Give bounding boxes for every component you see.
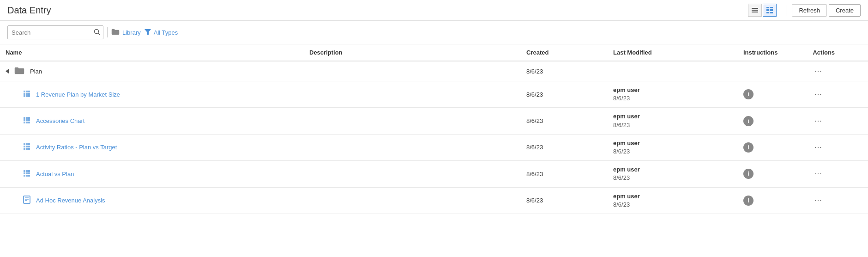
info-button[interactable]: i xyxy=(743,169,753,179)
row-name-link[interactable]: Ad Hoc Revenue Analysis xyxy=(36,197,105,204)
types-filter[interactable]: All Types xyxy=(145,29,178,36)
svg-rect-15 xyxy=(24,119,25,121)
collapse-icon[interactable] xyxy=(6,69,9,73)
more-actions-button[interactable]: ··· xyxy=(813,66,824,76)
row-name-link[interactable]: 1 Revenue Plan by Market Size xyxy=(36,91,120,98)
svg-rect-31 xyxy=(26,170,28,172)
search-input[interactable] xyxy=(8,27,91,38)
table-row: 1 Revenue Plan by Market Size8/6/23epm u… xyxy=(0,81,868,108)
list-view-button[interactable] xyxy=(748,4,762,17)
instructions-cell: i xyxy=(738,81,807,108)
modified-cell: epm user8/6/23 xyxy=(608,108,738,134)
name-cell: Plan xyxy=(0,61,304,81)
library-label: Library xyxy=(122,29,141,36)
search-wrapper xyxy=(7,25,103,39)
data-table: Name Description Created Last Modified I… xyxy=(0,44,868,214)
instructions-cell: i xyxy=(738,108,807,134)
svg-rect-6 xyxy=(24,93,25,95)
svg-rect-28 xyxy=(26,148,28,150)
more-actions-button[interactable]: ··· xyxy=(813,142,824,153)
modified-cell: epm user8/6/23 xyxy=(608,81,738,108)
svg-rect-22 xyxy=(26,143,28,145)
svg-rect-14 xyxy=(28,117,30,119)
info-button[interactable]: i xyxy=(743,142,753,153)
actions-cell: ··· xyxy=(807,161,868,187)
svg-rect-29 xyxy=(28,148,30,150)
col-header-actions: Actions xyxy=(807,44,868,61)
instructions-cell: i xyxy=(738,161,807,187)
table-row: Actual vs Plan8/6/23epm user8/6/23i··· xyxy=(0,161,868,187)
row-name: Plan xyxy=(30,68,42,75)
svg-rect-10 xyxy=(26,95,28,97)
svg-rect-32 xyxy=(28,170,30,172)
detail-view-button[interactable] xyxy=(763,4,777,17)
svg-rect-25 xyxy=(26,146,28,147)
actions-cell: ··· xyxy=(807,134,868,160)
info-button[interactable]: i xyxy=(743,89,753,99)
description-cell xyxy=(304,187,521,214)
svg-rect-9 xyxy=(24,95,25,97)
info-button[interactable]: i xyxy=(743,116,753,126)
svg-rect-38 xyxy=(28,175,30,177)
svg-rect-19 xyxy=(26,122,28,123)
col-header-description: Description xyxy=(304,44,521,61)
table-body: Plan8/6/23··· 1 Revenue Plan by Market S… xyxy=(0,61,868,214)
svg-rect-37 xyxy=(26,175,28,177)
description-cell xyxy=(304,81,521,108)
header-divider xyxy=(786,5,786,16)
grid-icon xyxy=(23,116,30,125)
svg-rect-30 xyxy=(24,170,25,172)
row-name-link[interactable]: Activity Ratios - Plan vs Target xyxy=(36,144,117,151)
svg-rect-18 xyxy=(24,122,25,123)
created-cell: 8/6/23 xyxy=(521,134,608,160)
svg-rect-12 xyxy=(24,117,25,119)
description-cell xyxy=(304,161,521,187)
row-name-link[interactable]: Actual vs Plan xyxy=(36,171,74,177)
create-button[interactable]: Create xyxy=(829,4,861,17)
name-cell: 1 Revenue Plan by Market Size xyxy=(0,81,304,108)
grid-icon xyxy=(23,143,30,152)
more-actions-button[interactable]: ··· xyxy=(813,169,824,179)
modified-cell: epm user8/6/23 xyxy=(608,161,738,187)
svg-rect-11 xyxy=(28,95,30,97)
search-button[interactable] xyxy=(91,27,103,38)
svg-rect-5 xyxy=(28,91,30,92)
filter-icon xyxy=(145,29,151,36)
svg-rect-21 xyxy=(24,143,25,145)
more-actions-button[interactable]: ··· xyxy=(813,89,824,99)
data-table-container: Name Description Created Last Modified I… xyxy=(0,44,868,214)
svg-rect-3 xyxy=(24,91,25,92)
folder-icon xyxy=(111,29,120,37)
table-row: Accessories Chart8/6/23epm user8/6/23i··… xyxy=(0,108,868,134)
created-cell: 8/6/23 xyxy=(521,61,608,81)
name-cell: Accessories Chart xyxy=(0,108,304,134)
instructions-cell xyxy=(738,61,807,81)
actions-cell: ··· xyxy=(807,108,868,134)
more-actions-button[interactable]: ··· xyxy=(813,116,824,126)
svg-rect-13 xyxy=(26,117,28,119)
name-cell: Activity Ratios - Plan vs Target xyxy=(0,134,304,160)
svg-rect-24 xyxy=(24,146,25,147)
toolbar: Library All Types xyxy=(0,21,868,44)
svg-rect-33 xyxy=(24,172,25,174)
instructions-cell: i xyxy=(738,187,807,214)
name-cell: Ad Hoc Revenue Analysis xyxy=(0,187,304,214)
refresh-button[interactable]: Refresh xyxy=(792,4,827,17)
table-row: Activity Ratios - Plan vs Target8/6/23ep… xyxy=(0,134,868,160)
created-cell: 8/6/23 xyxy=(521,108,608,134)
col-header-instructions: Instructions xyxy=(738,44,807,61)
folder-icon xyxy=(14,67,24,76)
more-actions-button[interactable]: ··· xyxy=(813,196,824,206)
created-cell: 8/6/23 xyxy=(521,187,608,214)
modified-cell xyxy=(608,61,738,81)
col-header-name: Name xyxy=(0,44,304,61)
description-cell xyxy=(304,61,521,81)
svg-rect-8 xyxy=(28,93,30,95)
created-cell: 8/6/23 xyxy=(521,161,608,187)
grid-icon xyxy=(23,90,30,99)
library-filter[interactable]: Library xyxy=(111,29,141,37)
actions-cell: ··· xyxy=(807,61,868,81)
info-button[interactable]: i xyxy=(743,196,753,206)
col-header-created: Created xyxy=(521,44,608,61)
row-name-link[interactable]: Accessories Chart xyxy=(36,117,84,124)
